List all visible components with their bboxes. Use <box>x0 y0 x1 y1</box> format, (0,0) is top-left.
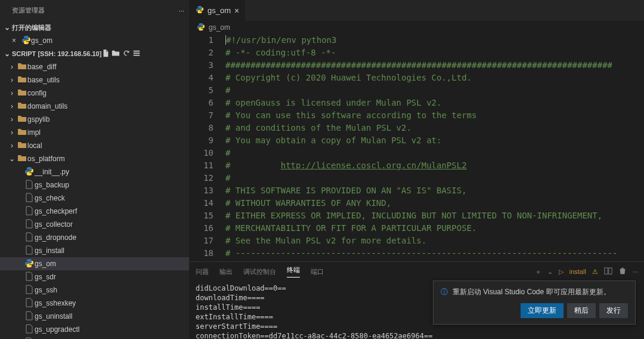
file-gs_dropnode[interactable]: gs_dropnode <box>0 231 189 244</box>
code-editor[interactable]: 12345678910111213141516171819 #!/usr/bin… <box>190 34 644 261</box>
folder-icon <box>17 140 27 152</box>
tree-item-label: gs_upgradectl <box>35 325 79 334</box>
folder-local[interactable]: ›local <box>0 139 189 152</box>
tree-item-label: __init__.py <box>35 168 69 176</box>
tree-item-label: gs_collector <box>35 220 73 229</box>
panel-tabs: 问题 输出 调试控制台 终端 端口 ＋ ⌄ ▷ install ⚠ ··· <box>190 262 644 281</box>
tab-label: gs_om <box>208 6 231 15</box>
tree-item-label: gs_install <box>35 246 64 255</box>
workspace-section[interactable]: ⌄ SCRIPT [SSH: 192.168.56.10] <box>0 47 189 60</box>
file-gs_install[interactable]: gs_install <box>0 244 189 257</box>
more-icon[interactable]: ··· <box>633 268 638 275</box>
file-gs_ssh[interactable]: gs_ssh <box>0 283 189 297</box>
notes-button[interactable]: 发行 <box>599 303 628 318</box>
chevron-icon: ⌄ <box>7 155 17 163</box>
file-icon <box>24 232 35 244</box>
split-icon[interactable] <box>604 267 612 276</box>
explorer-actions: ··· <box>179 7 184 14</box>
file-killall[interactable]: killall <box>0 336 189 339</box>
folder-icon <box>17 153 27 165</box>
code-content: #!/usr/bin/env python3# -*- coding:utf-8… <box>225 34 644 261</box>
close-icon[interactable]: × <box>234 6 239 16</box>
add-terminal-icon[interactable]: ＋ <box>535 267 541 276</box>
folder-icon <box>17 88 27 99</box>
tree-item-label: gspylib <box>27 115 49 124</box>
folder-icon <box>17 127 27 138</box>
open-editors-section[interactable]: ⌄ 打开的编辑器 <box>0 21 189 34</box>
chevron-icon: › <box>7 89 17 97</box>
file-icon <box>24 245 35 257</box>
tree-item-label: gs_checkperf <box>35 207 77 215</box>
tree-item-label: domain_utils <box>27 102 67 110</box>
chevron-icon: › <box>7 115 17 124</box>
close-icon[interactable]: × <box>12 36 21 45</box>
chevron-down-icon: ⌄ <box>2 50 12 58</box>
info-icon: ⓘ <box>441 287 448 297</box>
tab-ports[interactable]: 端口 <box>311 267 324 276</box>
new-file-icon[interactable] <box>101 51 110 58</box>
file-gs_uninstall[interactable]: gs_uninstall <box>0 310 189 323</box>
tree-item-label: impl <box>27 128 41 137</box>
folder-config[interactable]: ›config <box>0 87 189 100</box>
file-tree: ›base_diff›base_utils›config›domain_util… <box>0 60 189 339</box>
refresh-icon[interactable] <box>122 51 131 58</box>
explorer-title-text: 资源管理器 <box>12 6 45 15</box>
file-gs_collector[interactable]: gs_collector <box>0 218 189 231</box>
file-gs_checkperf[interactable]: gs_checkperf <box>0 205 189 218</box>
file-icon <box>24 324 35 335</box>
file-gs_sdr[interactable]: gs_sdr <box>0 270 189 283</box>
folder-impl[interactable]: ›impl <box>0 126 189 139</box>
file-gs_backup[interactable]: gs_backup <box>0 178 189 192</box>
folder-os_platform[interactable]: ⌄os_platform <box>0 152 189 165</box>
file-gs_check[interactable]: gs_check <box>0 192 189 205</box>
workspace-actions <box>101 49 140 58</box>
chevron-icon: › <box>7 128 17 137</box>
tab-problems[interactable]: 问题 <box>196 267 209 276</box>
python-icon <box>21 35 31 47</box>
later-button[interactable]: 稍后 <box>567 303 596 318</box>
explorer-title: 资源管理器 ··· <box>0 0 189 21</box>
breadcrumb[interactable]: gs_om <box>190 21 644 34</box>
file-gs_upgradectl[interactable]: gs_upgradectl <box>0 323 189 336</box>
terminal-icon[interactable]: ▷ <box>559 268 564 276</box>
dropdown-icon[interactable]: ⌄ <box>547 268 553 276</box>
update-now-button[interactable]: 立即更新 <box>521 303 564 318</box>
python-icon <box>24 258 35 270</box>
file-gs_om[interactable]: gs_om <box>0 257 189 270</box>
tree-item-label: gs_sshexkey <box>35 299 76 307</box>
tree-item-label: config <box>27 89 47 97</box>
file-gs_sshexkey[interactable]: gs_sshexkey <box>0 297 189 310</box>
workspace-label: SCRIPT [SSH: 192.168.56.10] <box>12 50 101 57</box>
toast-message: 重新启动 Visual Studio Code 即可应用最新更新。 <box>453 287 611 297</box>
tree-item-label: gs_uninstall <box>35 312 72 320</box>
collapse-icon[interactable] <box>132 51 141 58</box>
folder-icon <box>17 75 27 86</box>
more-icon[interactable]: ··· <box>179 7 184 14</box>
folder-base_diff[interactable]: ›base_diff <box>0 60 189 73</box>
tree-item-label: base_diff <box>27 63 57 71</box>
trash-icon[interactable] <box>618 267 627 276</box>
terminal-install-label[interactable]: install <box>569 268 586 275</box>
tab-terminal[interactable]: 终端 <box>287 266 300 278</box>
python-icon <box>196 5 204 16</box>
breadcrumb-item: gs_om <box>209 23 230 32</box>
tab-debug[interactable]: 调试控制台 <box>243 267 276 276</box>
tab-output[interactable]: 输出 <box>219 267 233 276</box>
open-editor-item[interactable]: × gs_om <box>0 34 189 47</box>
tree-item-label: gs_ssh <box>35 286 57 294</box>
file-icon <box>24 193 35 204</box>
open-editor-filename: gs_om <box>31 36 52 45</box>
warning-icon[interactable]: ⚠ <box>592 268 598 276</box>
file-__init__.py[interactable]: __init__.py <box>0 165 189 178</box>
tree-item-label: gs_sdr <box>35 273 56 281</box>
file-icon <box>24 337 35 340</box>
line-gutter: 12345678910111213141516171819 <box>190 34 225 261</box>
folder-domain_utils[interactable]: ›domain_utils <box>0 100 189 113</box>
tab-gs-om[interactable]: gs_om × <box>190 0 246 21</box>
file-icon <box>24 219 35 230</box>
file-icon <box>24 272 35 283</box>
folder-base_utils[interactable]: ›base_utils <box>0 73 189 87</box>
folder-gspylib[interactable]: ›gspylib <box>0 113 189 126</box>
python-icon <box>24 167 35 178</box>
new-folder-icon[interactable] <box>112 51 120 58</box>
